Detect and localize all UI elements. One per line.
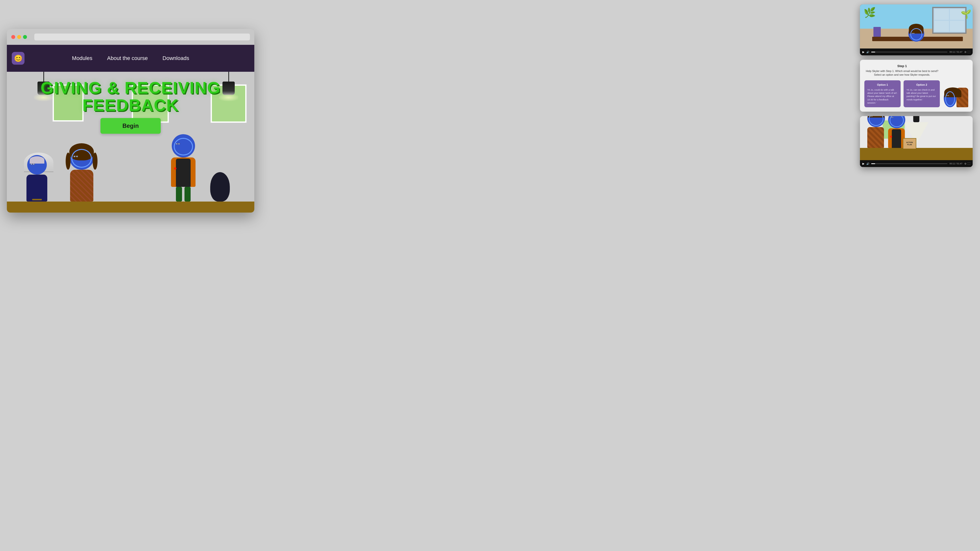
char3-mask: [174, 138, 193, 156]
scenario-content: Step 1 Help Skyler with Step 1. Which em…: [864, 64, 940, 107]
video-area-1: 🌿 🌱 👓: [860, 5, 973, 49]
nav-downloads[interactable]: Downloads: [162, 55, 189, 62]
time-display-3: 00:11 / 01:47: [950, 162, 963, 165]
character-3: 👓: [171, 134, 196, 202]
play-button-3[interactable]: ▶: [862, 162, 864, 165]
scenario-options: Option 1 'Hi Jo, could do with a talk ab…: [864, 80, 940, 107]
settings-icon-1[interactable]: ⚙: [964, 51, 967, 53]
video-bg-1: 🌿 🌱 👓: [860, 5, 973, 49]
course-content: 😊 Modules About the course Downloads: [7, 45, 254, 213]
maximize-button[interactable]: [23, 35, 27, 39]
gallery-char1: 👓: [867, 116, 885, 148]
char2-head: 👓: [69, 145, 94, 170]
char1-glasses: 👓: [30, 162, 35, 167]
office-plant-left: 🌿: [864, 7, 876, 18]
progress-bar-1[interactable]: [871, 52, 947, 52]
gallery-lamp: [913, 116, 920, 122]
progress-bar-3[interactable]: [871, 164, 947, 164]
option-1-card[interactable]: Option 1 'Hi Jo, could do with a talk ab…: [864, 80, 900, 107]
right-panels: 🌿 🌱 👓 ▶ 🔊: [860, 5, 973, 167]
video-controls-3[interactable]: ▶ 🔊 00:11 / 01:47 ⚙ ⛶: [860, 160, 973, 167]
close-button[interactable]: [11, 35, 15, 39]
char2-hair-left: [66, 152, 70, 170]
gallery-panel: 👓 👓: [860, 116, 973, 167]
progress-fill-3: [871, 164, 875, 164]
course-logo: 😊: [12, 52, 24, 65]
character-1: 👓: [27, 155, 47, 202]
char1-belt: [32, 199, 42, 200]
course-nav: 😊 Modules About the course Downloads: [7, 45, 254, 72]
scenario-step-label: Step 1: [864, 64, 940, 68]
char1-body: [27, 175, 47, 202]
time-display-1: 00:11 / 01:47: [950, 51, 963, 53]
video-extra-icons-3: ⚙ ⛶: [964, 162, 970, 165]
option-1-text: 'Hi Jo, could do with a talk about your …: [867, 88, 898, 104]
address-bar[interactable]: [34, 33, 250, 40]
char2-pattern: [70, 170, 93, 202]
settings-icon-3[interactable]: ⚙: [964, 162, 967, 165]
char3-body: [171, 157, 196, 187]
begin-button[interactable]: Begin: [100, 118, 161, 134]
video-extra-icons-1: ⚙ ⛶: [964, 51, 970, 53]
course-title: GIVING & RECEIVING FEEDBACK: [41, 79, 221, 114]
lamp-head: [223, 81, 235, 95]
nav-about[interactable]: About the course: [107, 55, 148, 62]
character-2: 👓: [69, 145, 94, 202]
lamp-glow: [219, 94, 239, 101]
progress-fill-1: [871, 52, 875, 52]
course-title-container: GIVING & RECEIVING FEEDBACK: [41, 79, 221, 114]
floor: [7, 202, 254, 213]
option-2-card[interactable]: Option 2 'Hi Jo, can we check in and tal…: [904, 80, 940, 107]
nav-links: Modules About the course Downloads: [72, 55, 189, 62]
fullscreen-icon-3[interactable]: ⛶: [968, 162, 970, 165]
char3-button: [174, 167, 177, 170]
video-controls-1[interactable]: ▶ 🔊 00:11 / 01:47 ⚙ ⛶: [860, 49, 973, 56]
scenario-instruction: Help Skyler with Step 1. Which email wou…: [864, 69, 940, 77]
char1-head: 👓: [27, 155, 47, 175]
traffic-lights: [11, 35, 27, 39]
minimize-button[interactable]: [17, 35, 21, 39]
video-area-3: 👓 👓: [860, 116, 973, 160]
nav-modules[interactable]: Modules: [72, 55, 92, 62]
option-1-title: Option 1: [867, 83, 898, 86]
gallery-floor: [860, 148, 973, 160]
volume-icon-1[interactable]: 🔊: [866, 51, 869, 53]
char2-hair-right: [92, 152, 97, 170]
scene1-character: 👓: [908, 26, 924, 41]
browser-window: 😊 Modules About the course Downloads: [7, 29, 254, 213]
char3-head: 👓: [172, 134, 195, 157]
browser-chrome: [7, 29, 254, 45]
play-button-1[interactable]: ▶: [862, 51, 864, 54]
lamp-cord: [228, 72, 229, 81]
char4-body: [210, 172, 230, 202]
char3-legs: [176, 187, 191, 202]
scenario-character: 👓: [944, 64, 968, 107]
option-2-title: Option 2: [907, 83, 937, 86]
char2-body: [70, 170, 93, 202]
office-plant-right: 🌱: [961, 9, 971, 19]
char3-leg-l: [176, 187, 182, 202]
right-spotlight: [219, 72, 239, 101]
book-stack: [873, 27, 881, 37]
hero-area: GIVING & RECEIVING FEEDBACK Begin: [7, 72, 254, 213]
gallery-char2: 👓 ACTIONPLAN: [888, 116, 905, 148]
fullscreen-icon-1[interactable]: ⛶: [968, 51, 970, 53]
video-panel-1: 🌿 🌱 👓 ▶ 🔊: [860, 5, 973, 56]
volume-icon-3[interactable]: 🔊: [866, 162, 869, 165]
action-plan-sign: ACTIONPLAN: [903, 138, 916, 149]
character-4: [210, 172, 230, 202]
option-2-text: 'Hi Jo, can we check in and talk about y…: [907, 88, 937, 101]
char2-mask: [71, 149, 92, 168]
char3-vest: [176, 159, 191, 187]
scenario-panel: Step 1 Help Skyler with Step 1. Which em…: [860, 60, 973, 112]
char3-leg-r: [185, 187, 191, 202]
characters-area: 👓 👓: [7, 129, 254, 213]
gallery-bg: 👓 👓: [860, 116, 973, 160]
